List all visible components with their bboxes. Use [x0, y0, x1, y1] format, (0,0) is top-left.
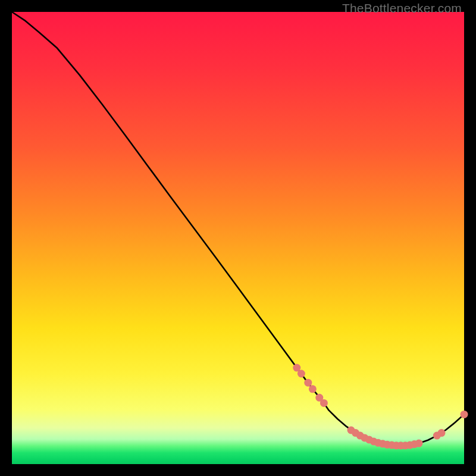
chart-svg	[12, 12, 464, 464]
plot-area	[12, 12, 464, 464]
data-point	[438, 429, 446, 437]
chart-frame: TheBottlenecker.com	[0, 0, 476, 476]
data-point	[309, 385, 317, 393]
data-point	[415, 440, 423, 447]
curve-line	[12, 12, 464, 446]
data-point	[304, 379, 312, 387]
chart-line-layer	[12, 12, 464, 446]
watermark-text: TheBottlenecker.com	[342, 1, 462, 15]
data-point	[320, 399, 328, 407]
chart-marker-layer	[293, 364, 468, 450]
data-point	[298, 370, 305, 378]
data-point	[461, 411, 468, 418]
